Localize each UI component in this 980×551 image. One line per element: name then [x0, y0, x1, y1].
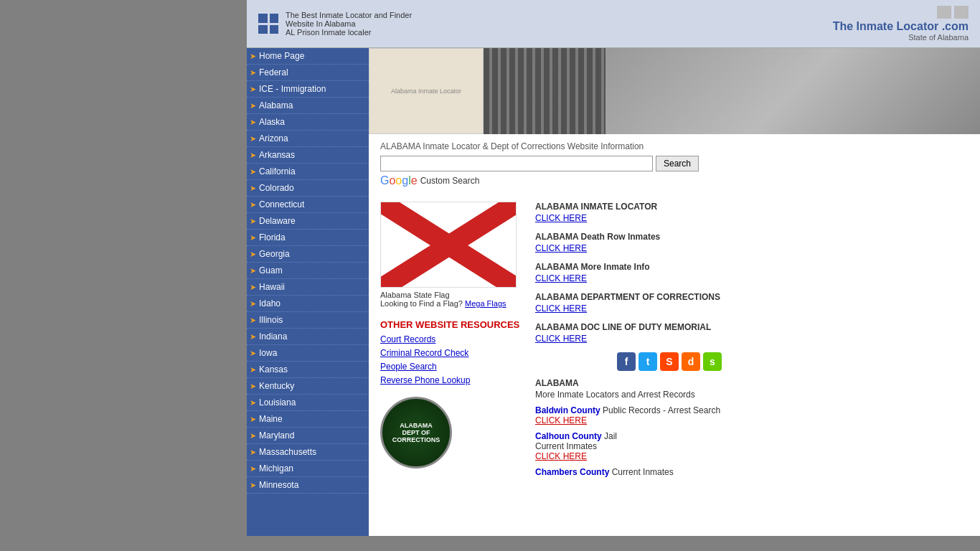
flag-caption: Alabama State Flag Looking to Find a Fla… — [380, 291, 524, 308]
digg-icon[interactable]: d — [682, 352, 700, 371]
sidebar-item-idaho[interactable]: ➤Idaho — [247, 296, 369, 312]
sidebar-arrow-icon: ➤ — [250, 217, 256, 225]
inmate-link-click[interactable]: CLICK HERE — [535, 303, 722, 314]
county-name: Calhoun County — [535, 431, 602, 441]
sidebar-arrow-icon: ➤ — [250, 101, 256, 110]
sidebar-item-indiana[interactable]: ➤Indiana — [247, 329, 369, 345]
sidebar-item-alaska[interactable]: ➤Alaska — [247, 114, 369, 131]
sidebar-arrow-icon: ➤ — [250, 431, 256, 440]
sidebar-item-florida[interactable]: ➤Florida — [247, 230, 369, 246]
sidebar-item-maine[interactable]: ➤Maine — [247, 411, 369, 428]
brand-logo-boxes — [833, 6, 969, 19]
google-logo: Google — [380, 174, 418, 187]
sidebar-arrow-icon: ➤ — [250, 68, 256, 77]
resources-title: OTHER WEBSITE RESOURCES — [380, 319, 524, 330]
twitter-icon[interactable]: t — [639, 352, 657, 371]
badge-line1: ALABAMA — [392, 422, 440, 429]
flag-find-text: Looking to Find a Flag? Mega Flags — [380, 299, 524, 308]
resource-link-reverse-phone-lookup[interactable]: Reverse Phone Lookup — [380, 375, 524, 385]
sidebar-item-ice---immigration[interactable]: ➤ICE - Immigration — [247, 81, 369, 98]
county-list: Baldwin County Public Records - Arrest S… — [535, 405, 722, 477]
sidebar-arrow-icon: ➤ — [250, 332, 256, 341]
su-icon[interactable]: s — [703, 352, 722, 371]
header-tagline3: AL Prison Inmate localer — [286, 28, 412, 37]
main-cols: Alabama State Flag Looking to Find a Fla… — [369, 194, 980, 490]
sidebar-item-guam[interactable]: ➤Guam — [247, 263, 369, 279]
county-desc: Jail — [604, 431, 617, 441]
al-records: ALABAMA More Inmate Locators and Arrest … — [535, 378, 722, 477]
sidebar-item-iowa[interactable]: ➤Iowa — [247, 345, 369, 362]
sidebar-arrow-icon: ➤ — [250, 464, 256, 473]
google-bar: Google Custom Search — [380, 174, 969, 187]
resource-link-criminal-record-check[interactable]: Criminal Record Check — [380, 348, 524, 358]
header-text: The Best Inmate Locator and Finder Websi… — [286, 11, 412, 37]
search-input[interactable] — [380, 156, 653, 171]
sidebar-arrow-icon: ➤ — [250, 349, 256, 357]
sidebar-item-kansas[interactable]: ➤Kansas — [247, 362, 369, 378]
inmate-link-click[interactable]: CLICK HERE — [535, 273, 722, 283]
inmate-link-title: ALABAMA DEPARTMENT OF CORRECTIONS — [535, 292, 722, 302]
inmate-link-title: ALABAMA More Inmate Info — [535, 262, 722, 272]
content: Alabama Inmate Locator ALABAMA Inmate Lo… — [369, 48, 980, 536]
flag-col: Alabama State Flag Looking to Find a Fla… — [380, 202, 524, 483]
sidebar-item-michigan[interactable]: ➤Michigan — [247, 461, 369, 477]
sidebar-item-minnesota[interactable]: ➤Minnesota — [247, 477, 369, 494]
sidebar-item-massachusetts[interactable]: ➤Massachusetts — [247, 444, 369, 461]
sidebar-item-louisiana[interactable]: ➤Louisiana — [247, 395, 369, 411]
sidebar-item-home-page[interactable]: ➤Home Page — [247, 48, 369, 65]
sidebar-item-california[interactable]: ➤California — [247, 164, 369, 180]
sidebar-arrow-icon: ➤ — [250, 448, 256, 456]
sidebar-item-hawaii[interactable]: ➤Hawaii — [247, 279, 369, 296]
resources-section: OTHER WEBSITE RESOURCES Court RecordsCri… — [380, 319, 524, 385]
sidebar-item-connecticut[interactable]: ➤Connecticut — [247, 197, 369, 213]
sidebar-arrow-icon: ➤ — [250, 200, 256, 209]
inmate-link-click[interactable]: CLICK HERE — [535, 213, 722, 223]
sidebar-item-federal[interactable]: ➤Federal — [247, 65, 369, 81]
resource-links: Court RecordsCriminal Record CheckPeople… — [380, 334, 524, 385]
sidebar-item-illinois[interactable]: ➤Illinois — [247, 312, 369, 329]
bottom-area: ALABAMA DEPT OF CORRECTIONS — [380, 397, 524, 468]
resource-link-court-records[interactable]: Court Records — [380, 334, 524, 344]
sidebar-arrow-icon: ➤ — [250, 184, 256, 192]
search-title: ALABAMA Inmate Locator & Dept of Correct… — [380, 141, 969, 151]
sidebar-arrow-icon: ➤ — [250, 151, 256, 159]
inmate-links: ALABAMA INMATE LOCATOR CLICK HEREALABAMA… — [535, 202, 722, 344]
sidebar-item-kentucky[interactable]: ➤Kentucky — [247, 378, 369, 395]
sidebar-arrow-icon: ➤ — [250, 266, 256, 275]
county-block: Chambers County Current Inmates — [535, 467, 722, 477]
sidebar-item-colorado[interactable]: ➤Colorado — [247, 180, 369, 197]
inmate-link-block: ALABAMA DOC LINE OF DUTY MEMORIAL CLICK … — [535, 322, 722, 344]
inmate-link-title: ALABAMA DOC LINE OF DUTY MEMORIAL — [535, 322, 722, 332]
county-desc: Current Inmates — [612, 467, 674, 477]
sidebar-item-arkansas[interactable]: ➤Arkansas — [247, 147, 369, 164]
stumbleupon-icon[interactable]: S — [660, 352, 679, 371]
main-layout: ➤Home Page➤Federal➤ICE - Immigration➤Ala… — [247, 48, 980, 536]
prison-image-2 — [484, 48, 606, 134]
facebook-icon[interactable]: f — [617, 352, 636, 371]
sidebar-item-georgia[interactable]: ➤Georgia — [247, 246, 369, 263]
county-link[interactable]: CLICK HERE — [535, 415, 722, 425]
resource-link-people-search[interactable]: People Search — [380, 362, 524, 372]
county-link[interactable]: CLICK HERE — [535, 451, 722, 461]
inmate-link-block: ALABAMA Death Row Inmates CLICK HERE — [535, 232, 722, 253]
county-block: Baldwin County Public Records - Arrest S… — [535, 405, 722, 425]
inmate-link-block: ALABAMA More Inmate Info CLICK HERE — [535, 262, 722, 283]
search-button[interactable]: Search — [656, 156, 699, 171]
brand-name: The Inmate Locator .com — [833, 20, 969, 33]
sidebar-arrow-icon: ➤ — [250, 299, 256, 308]
al-badge: ALABAMA DEPT OF CORRECTIONS — [380, 397, 452, 468]
sidebar-arrow-icon: ➤ — [250, 52, 256, 60]
sidebar-item-maryland[interactable]: ➤Maryland — [247, 428, 369, 444]
sidebar-item-arizona[interactable]: ➤Arizona — [247, 131, 369, 147]
inmate-link-click[interactable]: CLICK HERE — [535, 243, 722, 253]
sidebar-arrow-icon: ➤ — [250, 233, 256, 242]
sidebar-arrow-icon: ➤ — [250, 398, 256, 407]
sidebar-item-delaware[interactable]: ➤Delaware — [247, 213, 369, 230]
sidebar-item-alabama[interactable]: ➤Alabama — [247, 98, 369, 114]
badge-line3: CORRECTIONS — [392, 436, 440, 443]
inmate-link-click[interactable]: CLICK HERE — [535, 334, 722, 344]
sidebar-arrow-icon: ➤ — [250, 365, 256, 374]
header-tagline2: Website In Alabama — [286, 19, 412, 28]
mega-flags-link[interactable]: Mega Flags — [465, 299, 506, 308]
county-desc: Public Records - Arrest Search — [603, 405, 720, 415]
